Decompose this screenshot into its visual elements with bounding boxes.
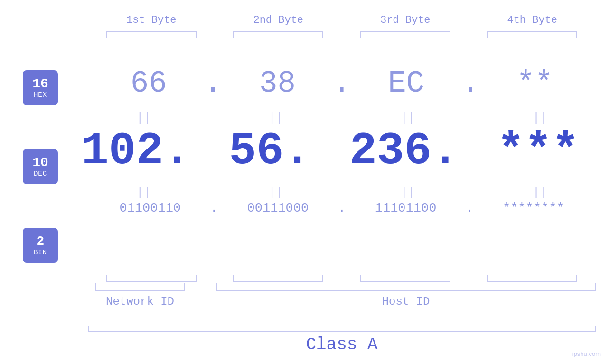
byte3-header: 3rd Byte (353, 14, 458, 26)
bracket-byte2-bottom (233, 275, 323, 282)
eq1-hex-dec: || (92, 111, 196, 125)
bracket-byte1-bottom (106, 275, 197, 282)
byte4-header: 4th Byte (480, 14, 584, 26)
dot-hex-3: . (461, 66, 479, 101)
bracket-byte2-top (233, 31, 323, 38)
bin-byte1: 01100110 (98, 201, 202, 215)
byte1-header: 1st Byte (99, 14, 204, 26)
dot-hex-1: . (204, 66, 222, 101)
eq2-hex-dec: || (224, 111, 328, 125)
dot-hex-2: . (333, 66, 351, 101)
byte2-header: 2nd Byte (226, 14, 330, 26)
page-layout: 16 HEX 10 DEC 2 BIN 1st Byte 2nd Byte 3r… (0, 0, 610, 364)
eq3-dec-bin: || (356, 185, 460, 199)
dec-badge: 10 DEC (23, 149, 58, 184)
class-label: Class A (306, 335, 377, 355)
bin-badge: 2 BIN (23, 228, 58, 263)
bin-number: 2 (37, 234, 45, 249)
class-bracket (88, 326, 596, 332)
dec-number: 10 (32, 156, 48, 170)
dot-bin-3: . (466, 201, 473, 215)
hex-badge: 16 HEX (23, 70, 58, 105)
eq2-dec-bin: || (224, 185, 328, 199)
bracket-byte3-bottom (360, 275, 450, 282)
bin-byte3: 11101100 (354, 201, 458, 215)
host-id-bracket (216, 283, 596, 291)
host-id-label: Host ID (382, 295, 430, 308)
dec-byte1: 102. (81, 125, 190, 177)
hex-byte3: EC (354, 66, 459, 101)
eq3-hex-dec: || (356, 111, 460, 125)
bracket-byte4-bottom (487, 275, 577, 282)
watermark: ipshu.com (572, 350, 601, 357)
eq4-dec-bin: || (488, 185, 592, 199)
hex-byte1: 66 (96, 66, 201, 101)
eq4-hex-dec: || (488, 111, 592, 125)
hex-byte2: 38 (225, 66, 329, 101)
hex-label: HEX (34, 91, 47, 99)
hex-number: 16 (32, 77, 48, 92)
bin-byte2: 00111000 (225, 201, 330, 215)
hex-byte4: ** (483, 66, 587, 101)
bracket-byte3-top (360, 31, 450, 38)
network-id-label: Network ID (106, 295, 174, 308)
bin-label: BIN (34, 249, 47, 256)
eq1-dec-bin: || (92, 185, 196, 199)
dec-byte3: 236. (349, 125, 459, 177)
dot-bin-2: . (338, 201, 346, 215)
dec-byte4: *** (484, 125, 593, 177)
network-id-bracket (95, 283, 185, 291)
dot-bin-1: . (210, 201, 218, 215)
dec-byte2: 56. (216, 125, 325, 177)
bracket-byte1-top (106, 31, 197, 38)
bracket-byte4-top (487, 31, 577, 38)
bin-byte4: ******** (481, 201, 586, 215)
dec-label: DEC (34, 170, 47, 177)
